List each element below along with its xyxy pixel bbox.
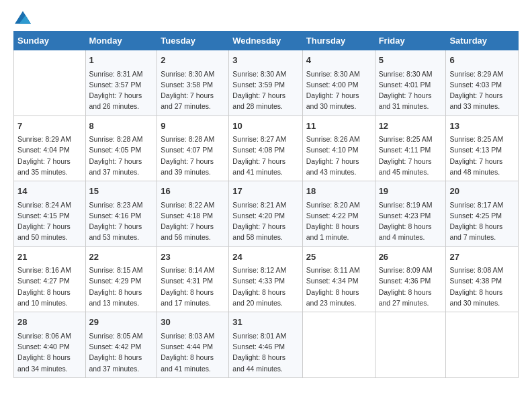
day-info: Sunrise: 8:30 AM Sunset: 3:58 PM Dayligh… [161, 68, 225, 112]
calendar-cell: 7Sunrise: 8:29 AM Sunset: 4:04 PM Daylig… [14, 116, 86, 181]
day-info: Sunrise: 8:29 AM Sunset: 4:03 PM Dayligh… [449, 68, 515, 112]
day-info: Sunrise: 8:14 AM Sunset: 4:31 PM Dayligh… [161, 265, 225, 308]
calendar-table: SundayMondayTuesdayWednesdayThursdayFrid… [13, 31, 519, 378]
day-number: 16 [161, 185, 225, 198]
day-number: 21 [17, 250, 82, 264]
calendar-cell: 12Sunrise: 8:25 AM Sunset: 4:11 PM Dayli… [375, 116, 446, 181]
column-header-sunday: Sunday [14, 32, 86, 50]
day-info: Sunrise: 8:24 AM Sunset: 4:15 PM Dayligh… [17, 199, 82, 243]
calendar-cell: 15Sunrise: 8:23 AM Sunset: 4:16 PM Dayli… [85, 181, 157, 247]
day-info: Sunrise: 8:11 AM Sunset: 4:34 PM Dayligh… [306, 265, 371, 308]
calendar-cell: 14Sunrise: 8:24 AM Sunset: 4:15 PM Dayli… [14, 181, 86, 247]
day-info: Sunrise: 8:15 AM Sunset: 4:29 PM Dayligh… [89, 265, 154, 308]
calendar-cell [375, 312, 446, 378]
calendar-cell: 31Sunrise: 8:01 AM Sunset: 4:46 PM Dayli… [229, 312, 302, 378]
logo [13, 11, 31, 24]
day-info: Sunrise: 8:22 AM Sunset: 4:18 PM Dayligh… [161, 199, 225, 243]
day-number: 26 [379, 250, 443, 264]
calendar-week-row: 1Sunrise: 8:31 AM Sunset: 3:57 PM Daylig… [14, 50, 519, 116]
calendar-week-row: 28Sunrise: 8:06 AM Sunset: 4:40 PM Dayli… [14, 312, 519, 378]
calendar-cell: 3Sunrise: 8:30 AM Sunset: 3:59 PM Daylig… [229, 50, 302, 116]
day-number: 12 [379, 120, 443, 133]
day-info: Sunrise: 8:17 AM Sunset: 4:25 PM Dayligh… [449, 199, 515, 243]
calendar-week-row: 21Sunrise: 8:16 AM Sunset: 4:27 PM Dayli… [14, 246, 519, 312]
day-number: 31 [232, 316, 298, 329]
day-info: Sunrise: 8:05 AM Sunset: 4:42 PM Dayligh… [89, 330, 154, 374]
day-number: 27 [449, 250, 515, 264]
calendar-cell: 26Sunrise: 8:09 AM Sunset: 4:36 PM Dayli… [375, 246, 446, 312]
day-info: Sunrise: 8:08 AM Sunset: 4:38 PM Dayligh… [449, 265, 515, 308]
day-number: 20 [449, 185, 515, 198]
day-number: 4 [306, 54, 371, 67]
day-info: Sunrise: 8:27 AM Sunset: 4:08 PM Dayligh… [232, 134, 298, 177]
day-info: Sunrise: 8:23 AM Sunset: 4:16 PM Dayligh… [89, 199, 154, 243]
calendar-cell: 10Sunrise: 8:27 AM Sunset: 4:08 PM Dayli… [229, 116, 302, 181]
header [13, 11, 519, 24]
calendar-cell: 17Sunrise: 8:21 AM Sunset: 4:20 PM Dayli… [229, 181, 302, 247]
day-info: Sunrise: 8:28 AM Sunset: 4:07 PM Dayligh… [161, 134, 225, 177]
day-number: 13 [449, 120, 515, 133]
calendar-cell: 27Sunrise: 8:08 AM Sunset: 4:38 PM Dayli… [446, 246, 519, 312]
calendar-cell [302, 312, 375, 378]
day-info: Sunrise: 8:29 AM Sunset: 4:04 PM Dayligh… [17, 134, 82, 177]
day-info: Sunrise: 8:30 AM Sunset: 4:00 PM Dayligh… [306, 68, 371, 112]
day-number: 11 [306, 120, 371, 133]
calendar-week-row: 14Sunrise: 8:24 AM Sunset: 4:15 PM Dayli… [14, 181, 519, 247]
calendar-cell: 30Sunrise: 8:03 AM Sunset: 4:44 PM Dayli… [157, 312, 229, 378]
calendar-cell: 22Sunrise: 8:15 AM Sunset: 4:29 PM Dayli… [85, 246, 157, 312]
day-info: Sunrise: 8:30 AM Sunset: 4:01 PM Dayligh… [379, 68, 443, 112]
day-info: Sunrise: 8:25 AM Sunset: 4:11 PM Dayligh… [379, 134, 443, 177]
day-number: 5 [379, 54, 443, 67]
day-number: 3 [232, 54, 298, 67]
day-number: 8 [89, 120, 154, 133]
day-info: Sunrise: 8:19 AM Sunset: 4:23 PM Dayligh… [379, 199, 443, 243]
column-header-tuesday: Tuesday [157, 32, 229, 50]
calendar-cell: 19Sunrise: 8:19 AM Sunset: 4:23 PM Dayli… [375, 181, 446, 247]
day-info: Sunrise: 8:12 AM Sunset: 4:33 PM Dayligh… [232, 265, 298, 308]
day-number: 14 [17, 185, 82, 198]
day-number: 10 [232, 120, 298, 133]
day-info: Sunrise: 8:25 AM Sunset: 4:13 PM Dayligh… [449, 134, 515, 177]
calendar-body: 1Sunrise: 8:31 AM Sunset: 3:57 PM Daylig… [14, 50, 519, 378]
calendar-cell: 13Sunrise: 8:25 AM Sunset: 4:13 PM Dayli… [446, 116, 519, 181]
calendar-cell: 6Sunrise: 8:29 AM Sunset: 4:03 PM Daylig… [446, 50, 519, 116]
calendar-cell: 4Sunrise: 8:30 AM Sunset: 4:00 PM Daylig… [302, 50, 375, 116]
day-number: 29 [89, 316, 154, 329]
day-info: Sunrise: 8:03 AM Sunset: 4:44 PM Dayligh… [161, 330, 225, 374]
day-number: 22 [89, 250, 154, 264]
calendar-cell [446, 312, 519, 378]
calendar-cell: 20Sunrise: 8:17 AM Sunset: 4:25 PM Dayli… [446, 181, 519, 247]
day-number: 2 [161, 54, 225, 67]
day-number: 15 [89, 185, 154, 198]
calendar-week-row: 7Sunrise: 8:29 AM Sunset: 4:04 PM Daylig… [14, 116, 519, 181]
day-info: Sunrise: 8:31 AM Sunset: 3:57 PM Dayligh… [89, 68, 154, 112]
calendar-cell: 24Sunrise: 8:12 AM Sunset: 4:33 PM Dayli… [229, 246, 302, 312]
calendar-cell: 5Sunrise: 8:30 AM Sunset: 4:01 PM Daylig… [375, 50, 446, 116]
calendar-header-row: SundayMondayTuesdayWednesdayThursdayFrid… [14, 32, 519, 50]
column-header-wednesday: Wednesday [229, 32, 302, 50]
column-header-saturday: Saturday [446, 32, 519, 50]
day-info: Sunrise: 8:06 AM Sunset: 4:40 PM Dayligh… [17, 330, 82, 374]
day-number: 30 [161, 316, 225, 329]
calendar-cell: 11Sunrise: 8:26 AM Sunset: 4:10 PM Dayli… [302, 116, 375, 181]
day-info: Sunrise: 8:20 AM Sunset: 4:22 PM Dayligh… [306, 199, 371, 243]
logo-icon [15, 11, 31, 24]
day-info: Sunrise: 8:26 AM Sunset: 4:10 PM Dayligh… [306, 134, 371, 177]
calendar-cell [14, 50, 86, 116]
day-info: Sunrise: 8:16 AM Sunset: 4:27 PM Dayligh… [17, 265, 82, 308]
column-header-friday: Friday [375, 32, 446, 50]
day-number: 28 [17, 316, 82, 329]
day-info: Sunrise: 8:21 AM Sunset: 4:20 PM Dayligh… [232, 199, 298, 243]
day-number: 7 [17, 120, 82, 133]
day-number: 19 [379, 185, 443, 198]
day-number: 17 [232, 185, 298, 198]
calendar-cell: 18Sunrise: 8:20 AM Sunset: 4:22 PM Dayli… [302, 181, 375, 247]
column-header-thursday: Thursday [302, 32, 375, 50]
calendar-cell: 16Sunrise: 8:22 AM Sunset: 4:18 PM Dayli… [157, 181, 229, 247]
day-number: 23 [161, 250, 225, 264]
calendar-cell: 23Sunrise: 8:14 AM Sunset: 4:31 PM Dayli… [157, 246, 229, 312]
day-number: 6 [449, 54, 515, 67]
day-info: Sunrise: 8:09 AM Sunset: 4:36 PM Dayligh… [379, 265, 443, 308]
day-info: Sunrise: 8:01 AM Sunset: 4:46 PM Dayligh… [232, 330, 298, 374]
calendar-cell: 2Sunrise: 8:30 AM Sunset: 3:58 PM Daylig… [157, 50, 229, 116]
